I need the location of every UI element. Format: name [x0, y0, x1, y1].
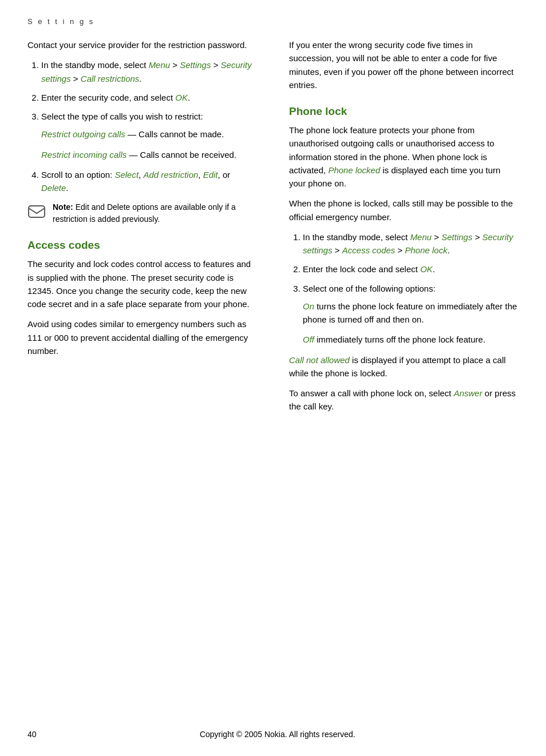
page-number: 40 — [27, 730, 37, 739]
restrict-outgoing-block: Restrict outgoing calls — Calls cannot b… — [41, 128, 257, 161]
r-period1: . — [448, 245, 450, 255]
restrict-incoming-text: — Calls cannot be received. — [126, 150, 236, 160]
r-sep1: > — [432, 232, 441, 242]
delete-link: Delete — [41, 183, 66, 193]
restrict-incoming-para: Restrict incoming calls — Calls cannot b… — [41, 148, 257, 161]
call-not-allowed-label: Call not allowed — [289, 355, 350, 365]
call-not-allowed-para: Call not allowed is displayed if you att… — [289, 353, 519, 380]
page: S e t t i n g s Contact your service pro… — [0, 0, 546, 756]
phone-locked-link: Phone locked — [328, 165, 380, 175]
right-step-3: Select one of the following options: On … — [303, 282, 519, 347]
page-footer: 40 Copyright © 2005 Nokia. All rights re… — [0, 730, 546, 739]
step3-text: Select the type of calls you wish to res… — [41, 112, 203, 121]
off-text: immediately turns off the phone lock fea… — [314, 335, 485, 344]
left-steps-list: In the standby mode, select Menu > Setti… — [41, 58, 257, 194]
r-settings-link: Settings — [441, 232, 472, 242]
right-steps-list: In the standby mode, select Menu > Setti… — [303, 230, 519, 347]
off-option-para: Off immediately turns off the phone lock… — [303, 333, 519, 346]
settings-link: Settings — [180, 60, 211, 70]
note-label: Note: — [53, 202, 73, 212]
r-access-codes-link: Access codes — [342, 245, 395, 255]
left-step-4: Scroll to an option: Select, Add restric… — [41, 168, 257, 195]
note-content: Edit and Delete options are available on… — [53, 202, 236, 224]
r-step2-text: Enter the lock code and select — [303, 264, 420, 274]
on-text: turns the phone lock feature on immediat… — [303, 301, 517, 324]
r-sep2: > — [472, 232, 482, 242]
two-column-layout: Contact your service provider for the re… — [27, 38, 519, 420]
period1: . — [139, 74, 141, 83]
intro-paragraph: Contact your service provider for the re… — [27, 38, 257, 51]
step2-text: Enter the security code, and select — [41, 93, 175, 102]
left-column: Contact your service provider for the re… — [27, 38, 263, 420]
select-link: Select — [114, 170, 139, 180]
page-header: S e t t i n g s — [27, 17, 519, 26]
r-step2-end: . — [433, 264, 435, 274]
ok-link-1: OK — [175, 93, 188, 102]
left-step-2: Enter the security code, and select OK. — [41, 91, 257, 104]
copyright-text: Copyright © 2005 Nokia. All rights reser… — [37, 730, 519, 739]
off-label: Off — [303, 335, 314, 344]
sep2: > — [211, 60, 220, 70]
r-sep3: > — [333, 245, 342, 255]
call-restrictions-link: Call restrictions — [81, 74, 140, 83]
access-codes-p2: Avoid using codes similar to emergency n… — [27, 317, 257, 357]
wrong-code-paragraph: If you enter the wrong security code fiv… — [289, 38, 519, 91]
note-text-block: Note: Edit and Delete options are availa… — [53, 201, 257, 225]
step4-end: . — [66, 183, 68, 193]
r-menu-link: Menu — [410, 232, 432, 242]
add-restriction-link: Add restriction — [143, 170, 198, 180]
svg-rect-0 — [29, 206, 45, 217]
r-ok-link: OK — [420, 264, 433, 274]
sep1: > — [170, 60, 180, 70]
step2-end: . — [188, 93, 190, 102]
menu-link: Menu — [149, 60, 171, 70]
step4-sep2: , — [198, 170, 203, 180]
r-sep4: > — [395, 245, 405, 255]
step4-text: Scroll to an option: — [41, 170, 114, 180]
step4-sep3: , or — [218, 170, 231, 180]
access-codes-p1: The security and lock codes control acce… — [27, 257, 257, 311]
restrict-outgoing-text: — Calls cannot be made. — [125, 129, 224, 139]
right-column: If you enter the wrong security code fiv… — [283, 38, 519, 420]
on-off-block: On turns the phone lock feature on immed… — [303, 300, 519, 347]
r-phone-lock-link: Phone lock — [405, 245, 447, 255]
right-step-2: Enter the lock code and select OK. — [303, 262, 519, 276]
on-label: On — [303, 301, 314, 311]
phone-lock-p1: The phone lock feature protects your pho… — [289, 124, 519, 190]
on-option-para: On turns the phone lock feature on immed… — [303, 300, 519, 327]
restrict-outgoing-para: Restrict outgoing calls — Calls cannot b… — [41, 128, 257, 141]
note-box: Note: Edit and Delete options are availa… — [27, 201, 257, 225]
restrict-incoming-label: Restrict incoming calls — [41, 150, 126, 160]
right-step-1: In the standby mode, select Menu > Setti… — [303, 230, 519, 257]
r-step3-text: Select one of the following options: — [303, 284, 436, 293]
phone-lock-p2: When the phone is locked, calls still ma… — [289, 197, 519, 224]
answer-link: Answer — [454, 388, 482, 398]
edit-link: Edit — [203, 170, 218, 180]
left-step-1: In the standby mode, select Menu > Setti… — [41, 58, 257, 85]
sep3: > — [71, 74, 81, 83]
answer-para: To answer a call with phone lock on, sel… — [289, 387, 519, 413]
restrict-outgoing-label: Restrict outgoing calls — [41, 129, 125, 139]
phone-lock-heading: Phone lock — [289, 105, 519, 118]
access-codes-heading: Access codes — [27, 239, 257, 252]
note-icon — [27, 202, 46, 221]
answer-text: To answer a call with phone lock on, sel… — [289, 388, 454, 398]
left-step-3: Select the type of calls you wish to res… — [41, 110, 257, 161]
